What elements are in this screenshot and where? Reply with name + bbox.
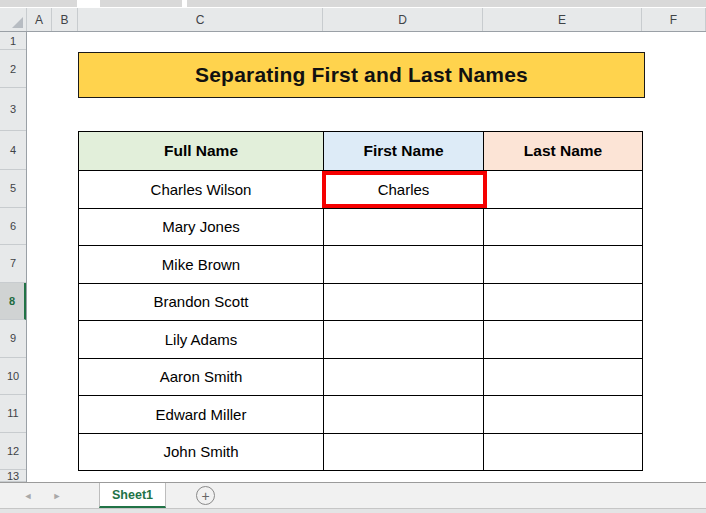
column-header-A[interactable]: A <box>27 8 52 31</box>
table-cell[interactable] <box>324 208 484 246</box>
table-cell[interactable] <box>484 208 643 246</box>
table-cell[interactable] <box>324 246 484 284</box>
excel-window: ABCDEF 12345678910111213 Separating Firs… <box>0 0 706 513</box>
table-cell[interactable] <box>324 283 484 321</box>
sheet-nav-right-icon[interactable]: ► <box>49 484 65 508</box>
table-cell[interactable]: John Smith <box>79 433 324 471</box>
table-cell[interactable] <box>324 396 484 434</box>
row-header-9[interactable]: 9 <box>0 320 26 358</box>
sheet-tab-bar: ◄ ► Sheet1 + <box>0 482 706 508</box>
table-cell[interactable] <box>324 321 484 359</box>
column-header-B[interactable]: B <box>52 8 78 31</box>
tab-sheet1[interactable]: Sheet1 <box>99 483 166 508</box>
row-header-5[interactable]: 5 <box>0 170 26 208</box>
table-cell[interactable]: Brandon Scott <box>79 283 324 321</box>
worksheet-grid[interactable]: Separating First and Last Names Full Nam… <box>27 32 706 482</box>
table-cell[interactable] <box>484 246 643 284</box>
names-table: Full NameFirst NameLast Name Charles Wil… <box>78 131 643 471</box>
table-cell[interactable] <box>324 358 484 396</box>
table-row: Charles WilsonCharles <box>79 171 643 209</box>
row-header-12[interactable]: 12 <box>0 433 26 471</box>
table-cell[interactable]: Lily Adams <box>79 321 324 359</box>
table-row: Aaron Smith <box>79 358 643 396</box>
fx-box-edge <box>100 0 182 7</box>
table-header-first-name[interactable]: First Name <box>324 132 484 171</box>
formula-bar-cutoff <box>0 0 706 8</box>
table-cell[interactable]: Mike Brown <box>79 246 324 284</box>
table-cell[interactable]: Edward Miller <box>79 396 324 434</box>
table-row: John Smith <box>79 433 643 471</box>
row-header-11[interactable]: 11 <box>0 395 26 433</box>
formula-box-edge <box>187 0 706 7</box>
title-banner: Separating First and Last Names <box>78 52 645 98</box>
status-bar-cutoff <box>0 508 706 513</box>
row-header-13[interactable]: 13 <box>0 470 26 482</box>
column-header-row: ABCDEF <box>0 8 706 32</box>
table-cell[interactable]: Mary Jones <box>79 208 324 246</box>
column-header-F[interactable]: F <box>642 8 706 31</box>
table-cell[interactable] <box>484 283 643 321</box>
table-cell[interactable] <box>324 433 484 471</box>
table-cell[interactable] <box>484 321 643 359</box>
table-cell[interactable]: Charles <box>324 171 484 209</box>
table-row: Mary Jones <box>79 208 643 246</box>
table-header-last-name[interactable]: Last Name <box>484 132 643 171</box>
add-sheet-button[interactable]: + <box>196 486 215 505</box>
table-cell[interactable] <box>484 358 643 396</box>
table-cell[interactable]: Charles Wilson <box>79 171 324 209</box>
select-all-button[interactable] <box>0 8 27 31</box>
table-row: Brandon Scott <box>79 283 643 321</box>
row-header-10[interactable]: 10 <box>0 358 26 396</box>
row-header-2[interactable]: 2 <box>0 50 26 88</box>
table-cell[interactable] <box>484 396 643 434</box>
table-row: Edward Miller <box>79 396 643 434</box>
column-header-C[interactable]: C <box>78 8 323 31</box>
name-box-edge <box>0 0 77 7</box>
sheet-nav-left-icon[interactable]: ◄ <box>20 484 36 508</box>
table-header-full-name[interactable]: Full Name <box>79 132 324 171</box>
row-header-7[interactable]: 7 <box>0 245 26 283</box>
table-cell[interactable] <box>484 171 643 209</box>
table-row: Mike Brown <box>79 246 643 284</box>
row-header-6[interactable]: 6 <box>0 208 26 246</box>
row-header-4[interactable]: 4 <box>0 131 26 170</box>
table-header-row: Full NameFirst NameLast Name <box>79 132 643 171</box>
select-all-triangle-icon <box>12 17 23 28</box>
column-header-E[interactable]: E <box>483 8 642 31</box>
table-row: Lily Adams <box>79 321 643 359</box>
row-header-column: 12345678910111213 <box>0 32 27 482</box>
table-cell[interactable] <box>484 433 643 471</box>
row-header-3[interactable]: 3 <box>0 88 26 131</box>
column-header-D[interactable]: D <box>323 8 483 31</box>
table-cell[interactable]: Aaron Smith <box>79 358 324 396</box>
row-header-1[interactable]: 1 <box>0 32 26 50</box>
row-header-8[interactable]: 8 <box>0 283 26 321</box>
